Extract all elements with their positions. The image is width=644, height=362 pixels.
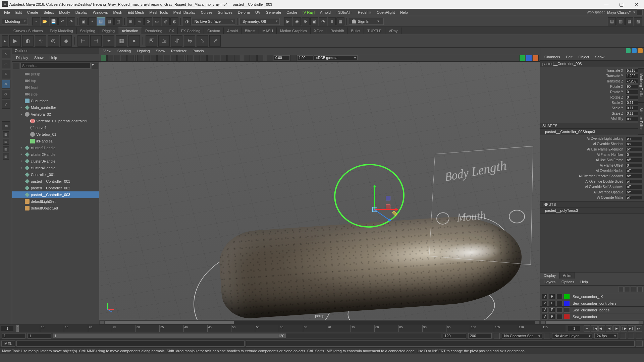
- menu-arnold[interactable]: Arnold: [317, 9, 333, 15]
- shelf-tab-turtle[interactable]: TURTLE: [364, 27, 385, 34]
- anim-layers-tab[interactable]: Anim: [559, 273, 575, 279]
- menu-edit[interactable]: Edit: [13, 9, 24, 15]
- anim-layer-dropdown[interactable]: No Anim Layer: [552, 333, 592, 339]
- viewport-canvas[interactable]: Body Length Mouth persp: [99, 62, 540, 320]
- menu-help[interactable]: Help: [397, 9, 411, 15]
- attr-value[interactable]: off: [626, 190, 642, 194]
- move-tool-icon[interactable]: ✥: [2, 80, 10, 88]
- attr-value[interactable]: 0: [626, 164, 642, 167]
- save-scene-icon[interactable]: 💾: [50, 17, 58, 25]
- snap-grid-icon[interactable]: ⊞: [127, 17, 135, 25]
- vp-gate-mask-icon[interactable]: [157, 55, 163, 61]
- layer-color-swatch[interactable]: [564, 307, 570, 313]
- vp-exposure-icon[interactable]: [267, 55, 273, 61]
- prefs-icon[interactable]: [628, 333, 634, 339]
- render-view-icon[interactable]: ▣: [310, 17, 318, 25]
- bake-shelf-icon[interactable]: ◎: [48, 35, 59, 47]
- outliner-node-front[interactable]: front: [12, 84, 99, 91]
- vp-wireframe-icon[interactable]: [187, 55, 193, 61]
- render-seq-icon[interactable]: ▦: [336, 17, 344, 25]
- shelf-tab-mash[interactable]: MASH: [259, 27, 277, 34]
- render-settings-icon[interactable]: ⚙: [302, 17, 310, 25]
- range-start-outer[interactable]: 1: [2, 333, 25, 339]
- shelf-tab-sculpting[interactable]: Sculpting: [77, 27, 99, 34]
- step-forward-icon[interactable]: ❘▶: [621, 325, 627, 331]
- menu-mesh[interactable]: Mesh: [110, 9, 125, 15]
- vp-2d-pan-icon[interactable]: [121, 55, 127, 61]
- workspace-dropdown[interactable]: Maya Classic*: [607, 10, 631, 14]
- outliner-node-defaultlightset[interactable]: defaultLightSet: [12, 198, 99, 205]
- set-key-shelf-icon[interactable]: ◆: [60, 35, 72, 47]
- cb-menu-edit[interactable]: Edit: [563, 54, 575, 60]
- snap-live-icon[interactable]: ◐: [170, 17, 178, 25]
- shelf-tab-motion-graphics[interactable]: Motion Graphics: [277, 27, 311, 34]
- outliner-node-pasted-controller-001[interactable]: pasted__Controller_001: [12, 178, 99, 185]
- outliner-node-pasted-controller-002[interactable]: pasted__Controller_002: [12, 185, 99, 191]
- attr-value[interactable]: on: [626, 137, 642, 140]
- vp-smooth-shade-icon[interactable]: [194, 55, 200, 61]
- play-forward-icon[interactable]: ▶: [613, 325, 620, 331]
- cscroll-thumb[interactable]: [546, 321, 639, 324]
- expand-icon[interactable]: +: [19, 153, 23, 156]
- vp-resolution-gate-icon[interactable]: [151, 55, 157, 61]
- outliner-node-cluster3handle[interactable]: +cluster3Handle: [12, 158, 99, 165]
- ipr-render-icon[interactable]: ◉: [293, 17, 301, 25]
- shelf-tab-custom[interactable]: Custom: [204, 27, 224, 34]
- step-forward-key-icon[interactable]: ▶❘: [628, 325, 635, 331]
- panel-knob-left[interactable]: [436, 212, 449, 225]
- cluster-shelf-icon[interactable]: ●: [128, 35, 140, 47]
- fps-dropdown[interactable]: 24 fps: [594, 333, 618, 339]
- manip-x-axis[interactable]: [374, 209, 398, 210]
- outliner-node-side[interactable]: side: [12, 91, 99, 98]
- layout-two-h-icon[interactable]: ▤: [3, 139, 9, 145]
- outliner-menu-display[interactable]: Display: [13, 55, 31, 61]
- shelf-tab-xgen[interactable]: XGen: [311, 27, 327, 34]
- range-end-outer[interactable]: 200: [468, 333, 492, 339]
- cb-menu-channels[interactable]: Channels: [542, 54, 562, 60]
- shelf-tab-fx[interactable]: FX: [166, 27, 178, 34]
- select-uv-icon[interactable]: ◫: [114, 17, 122, 25]
- vp-safe-action-icon[interactable]: [171, 55, 177, 61]
- new-scene-icon[interactable]: ▫: [32, 17, 40, 25]
- cb-menu-show[interactable]: Show: [592, 54, 607, 60]
- layer-visibility-toggle[interactable]: V: [542, 314, 548, 319]
- vp-collapse-3-icon[interactable]: [533, 55, 539, 61]
- menu-mesh-display[interactable]: Mesh Display: [171, 9, 198, 15]
- script-editor-button-icon[interactable]: [636, 341, 643, 347]
- vp-colorspace-dropdown[interactable]: sRGB gamma: [314, 55, 358, 60]
- outliner-node-vertebra-01[interactable]: Vertebra_01: [12, 131, 99, 138]
- play-back-icon[interactable]: ◀: [606, 325, 612, 331]
- layer-move-up-icon[interactable]: [618, 287, 624, 292]
- motion-trail-shelf-icon[interactable]: ∿: [35, 35, 46, 47]
- menu-generate[interactable]: Generate: [263, 9, 284, 15]
- lasso-tool-icon[interactable]: ◠: [2, 60, 10, 68]
- menu-create[interactable]: Create: [24, 9, 41, 15]
- paint-select-tool-icon[interactable]: ✎: [2, 70, 10, 78]
- command-input[interactable]: [16, 341, 245, 347]
- shelf-tab-fx-caching[interactable]: FX Caching: [178, 27, 204, 34]
- hypershade-icon[interactable]: ◔: [319, 17, 327, 25]
- vp-grease-icon[interactable]: [127, 55, 133, 61]
- constraint-5-shelf-icon[interactable]: ⤡: [197, 35, 208, 47]
- outliner-node-cluster4handle[interactable]: +cluster4Handle: [12, 165, 99, 171]
- workspace-chevron-icon[interactable]: ▾: [633, 10, 635, 14]
- vp-menu-view[interactable]: View: [101, 48, 114, 54]
- channel-hscroll[interactable]: [540, 320, 644, 324]
- menu-windows[interactable]: Windows: [90, 9, 111, 15]
- menu--v-ray-[interactable]: [V-Ray]: [300, 9, 317, 15]
- vp-motion-blur-icon[interactable]: [227, 55, 233, 61]
- menu-openflight[interactable]: OpenFlight: [374, 9, 397, 15]
- anim-layer-icon[interactable]: [544, 333, 550, 339]
- playblast-icon[interactable]: ⏸: [328, 17, 336, 25]
- layer-menu-options[interactable]: Options: [559, 279, 577, 285]
- outliner-node-persp[interactable]: persp: [12, 71, 99, 77]
- ik-handle-shelf-icon[interactable]: ⊢: [77, 35, 89, 47]
- cmd-language-label[interactable]: MEL: [1, 341, 15, 347]
- attr-value[interactable]: 0: [626, 153, 642, 157]
- menu-display[interactable]: Display: [73, 9, 90, 15]
- layer-sea-cucumber-bones[interactable]: VPSea_cucumber_bones: [540, 306, 644, 313]
- layer-sea-cucumber-ik[interactable]: VPSea_cucumber_IK: [540, 293, 644, 300]
- range-start-inner[interactable]: 1: [28, 333, 51, 339]
- sign-in-button[interactable]: Sign In▾: [349, 18, 384, 25]
- outliner-node-curve1[interactable]: curve1: [12, 124, 99, 131]
